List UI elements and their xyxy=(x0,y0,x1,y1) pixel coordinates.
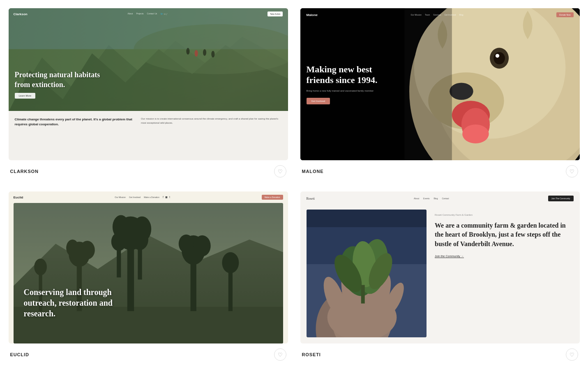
template-grid: Clarkson About Projects Contact Us 🐦 in … xyxy=(9,8,580,362)
card-euclid: Euclid Our Mission Get Involved Make a D… xyxy=(9,191,288,362)
malone-favorite-button[interactable]: ♡ xyxy=(566,165,578,177)
clarkson-learn-more-button[interactable]: Learn More xyxy=(15,93,36,99)
euclid-nav-donate[interactable]: Make a Donation xyxy=(144,196,159,198)
clarkson-nav-links: About Projects Contact Us 🐦 in 𝑓 xyxy=(127,12,167,16)
roseti-nav-links: About Events Blog Contact xyxy=(414,197,449,200)
roseti-nav: Roseti About Events Blog Contact Join Th… xyxy=(300,191,580,205)
clarkson-lower-text-left: Climate change threatens every part of t… xyxy=(15,117,135,154)
malone-nav-blog[interactable]: Blog xyxy=(459,14,463,16)
malone-nav-mission[interactable]: Our Mission xyxy=(410,14,422,16)
svg-rect-47 xyxy=(14,203,283,343)
malone-hero-title: Making new best friends since 1994. xyxy=(307,64,389,86)
svg-point-18 xyxy=(462,124,489,143)
malone-card-footer: MALONE ♡ xyxy=(300,160,580,179)
roseti-nav-events[interactable]: Events xyxy=(423,197,429,200)
euclid-hero: Conserving land through outreach, restor… xyxy=(14,203,283,343)
malone-get-involved-button[interactable]: Get Involved xyxy=(307,98,330,104)
svg-rect-23 xyxy=(404,8,452,160)
euclid-logo: Euclid xyxy=(14,196,23,199)
euclid-preview[interactable]: Euclid Our Mission Get Involved Make a D… xyxy=(9,191,288,343)
roseti-text-area: Roseti Community Farm & Garden We are a … xyxy=(435,210,574,337)
euclid-nav-involved[interactable]: Get Involved xyxy=(129,196,141,198)
clarkson-nav-projects[interactable]: Projects xyxy=(136,12,143,16)
svg-point-8 xyxy=(203,49,206,56)
clarkson-lower-section: Climate change threatens every part of t… xyxy=(9,111,288,160)
euclid-favorite-button[interactable]: ♡ xyxy=(274,348,286,361)
roseti-farm-image xyxy=(307,210,427,337)
roseti-join-link[interactable]: Join the Community → xyxy=(435,255,464,258)
clarkson-hero: Clarkson About Projects Contact Us 🐦 in … xyxy=(9,8,288,111)
svg-rect-66 xyxy=(307,210,427,227)
roseti-favorite-button[interactable]: ♡ xyxy=(566,348,578,361)
clarkson-preview[interactable]: Clarkson About Projects Contact Us 🐦 in … xyxy=(9,8,288,160)
clarkson-cta-button[interactable]: Take Action xyxy=(267,12,283,16)
euclid-nav: Euclid Our Mission Get Involved Make a D… xyxy=(9,191,288,203)
svg-point-9 xyxy=(211,51,214,58)
roseti-brand-label: Roseti Community Farm & Garden xyxy=(435,214,574,216)
malone-donate-button[interactable]: Donate Now xyxy=(556,12,574,17)
svg-point-21 xyxy=(495,54,499,58)
roseti-nav-about[interactable]: About xyxy=(414,197,419,200)
roseti-body: Roseti Community Farm & Garden We are a … xyxy=(300,205,580,343)
roseti-card-title: ROSETI xyxy=(302,352,321,357)
roseti-card-footer: ROSETI ♡ xyxy=(300,343,580,362)
clarkson-favorite-button[interactable]: ♡ xyxy=(274,165,286,177)
svg-point-6 xyxy=(186,48,189,55)
card-malone: Malone Our Mission Team Services Get Inv… xyxy=(300,8,580,179)
malone-preview[interactable]: Malone Our Mission Team Services Get Inv… xyxy=(300,8,580,160)
svg-point-20 xyxy=(493,52,505,65)
roseti-nav-contact[interactable]: Contact xyxy=(442,197,449,200)
euclid-hero-title: Conserving land through outreach, restor… xyxy=(24,287,127,319)
card-clarkson: Clarkson About Projects Contact Us 🐦 in … xyxy=(9,8,288,179)
svg-point-15 xyxy=(450,83,473,100)
euclid-hero-content: Conserving land through outreach, restor… xyxy=(24,287,127,319)
malone-nav-services[interactable]: Services xyxy=(433,14,441,16)
malone-content: Making new best friends since 1994. Brin… xyxy=(307,64,389,104)
clarkson-nav-contact[interactable]: Contact Us xyxy=(147,12,157,16)
malone-card-title: MALONE xyxy=(302,169,324,174)
clarkson-nav: Clarkson About Projects Contact Us 🐦 in … xyxy=(9,8,288,20)
euclid-card-title: EUCLID xyxy=(10,352,29,357)
euclid-nav-mission[interactable]: Our Mission xyxy=(115,196,126,198)
euclid-instagram-icon[interactable]: ◼ xyxy=(165,196,168,199)
malone-nav-involved[interactable]: Get Involved xyxy=(445,14,456,16)
euclid-social-icons: f ◼ t xyxy=(163,196,170,199)
euclid-cta-button[interactable]: Make a Donation xyxy=(262,195,283,200)
svg-point-7 xyxy=(194,50,198,57)
malone-logo: Malone xyxy=(307,13,318,17)
card-roseti: Roseti About Events Blog Contact Join Th… xyxy=(300,191,580,362)
malone-nav-team[interactable]: Team xyxy=(425,14,430,16)
euclid-facebook-icon[interactable]: f xyxy=(163,196,164,199)
euclid-nav-links: Our Mission Get Involved Make a Donation… xyxy=(115,196,170,199)
roseti-preview[interactable]: Roseti About Events Blog Contact Join Th… xyxy=(300,191,580,343)
clarkson-hero-text: Protecting natural habitats from extinct… xyxy=(15,70,105,99)
clarkson-hero-title: Protecting natural habitats from extinct… xyxy=(15,70,105,90)
malone-nav: Malone Our Mission Team Services Get Inv… xyxy=(300,8,580,21)
malone-nav-links: Our Mission Team Services Get Involved B… xyxy=(410,14,463,16)
roseti-logo: Roseti xyxy=(307,197,315,201)
euclid-twitter-icon[interactable]: t xyxy=(169,196,170,199)
roseti-join-button[interactable]: Join The Community xyxy=(548,196,574,201)
clarkson-lower-text-right: Our mission is to create international c… xyxy=(141,117,282,154)
roseti-main-title: We are a community farm & garden located… xyxy=(435,221,574,249)
euclid-card-footer: EUCLID ♡ xyxy=(9,343,288,362)
svg-rect-63 xyxy=(361,285,364,304)
clarkson-nav-about[interactable]: About xyxy=(127,12,133,16)
clarkson-card-title: CLARKSON xyxy=(10,169,39,174)
clarkson-card-footer: CLARKSON ♡ xyxy=(9,160,288,179)
clarkson-logo: Clarkson xyxy=(14,12,28,16)
malone-hero-subtitle: Bring home a new fully trained and vacci… xyxy=(307,89,389,93)
roseti-nav-blog[interactable]: Blog xyxy=(434,197,438,200)
